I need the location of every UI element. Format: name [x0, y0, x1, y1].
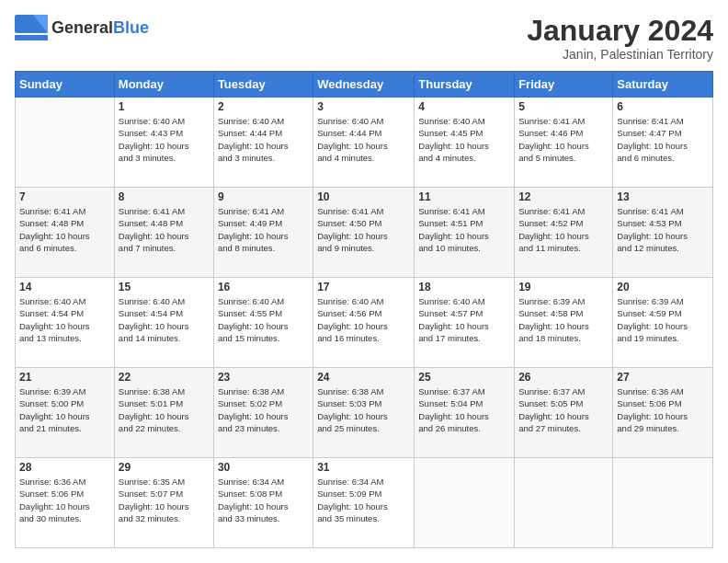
day-info-line: Sunset: 4:45 PM	[418, 127, 510, 139]
day-info-line: Sunrise: 6:37 AM	[518, 385, 609, 397]
day-info-line: Sunset: 5:08 PM	[218, 488, 309, 500]
col-friday: Friday	[515, 72, 613, 98]
day-info-line: Daylight: 10 hours	[218, 410, 309, 422]
col-monday: Monday	[114, 72, 213, 98]
day-info-line: and 23 minutes.	[218, 422, 309, 434]
table-row: 24Sunrise: 6:38 AMSunset: 5:03 PMDayligh…	[313, 368, 415, 458]
day-number: 6	[617, 100, 709, 113]
day-info-line: Sunset: 5:06 PM	[617, 397, 709, 409]
day-info: Sunrise: 6:41 AMSunset: 4:47 PMDaylight:…	[617, 115, 709, 164]
table-row: 21Sunrise: 6:39 AMSunset: 5:00 PMDayligh…	[16, 368, 115, 458]
calendar-week-row: 1Sunrise: 6:40 AMSunset: 4:43 PMDaylight…	[16, 98, 713, 188]
day-info-line: Daylight: 10 hours	[317, 140, 410, 152]
day-info: Sunrise: 6:37 AMSunset: 5:04 PMDaylight:…	[418, 385, 510, 434]
day-info-line: and 18 minutes.	[518, 332, 609, 344]
day-info: Sunrise: 6:41 AMSunset: 4:53 PMDaylight:…	[617, 205, 709, 254]
day-info: Sunrise: 6:35 AMSunset: 5:07 PMDaylight:…	[119, 476, 210, 524]
day-info-line: Daylight: 10 hours	[317, 410, 410, 422]
col-sunday: Sunday	[16, 72, 115, 98]
day-number: 16	[218, 281, 309, 293]
day-number: 27	[617, 371, 709, 384]
day-info: Sunrise: 6:34 AMSunset: 5:09 PMDaylight:…	[317, 476, 410, 524]
title-block: January 2024 Janin, Palestinian Territor…	[527, 15, 713, 62]
day-info: Sunrise: 6:38 AMSunset: 5:03 PMDaylight:…	[317, 385, 410, 434]
day-info-line: Daylight: 10 hours	[518, 320, 609, 332]
day-info-line: Sunrise: 6:40 AM	[418, 295, 510, 307]
day-number: 7	[19, 190, 110, 203]
day-info-line: Sunrise: 6:40 AM	[218, 115, 309, 127]
day-info-line: Sunrise: 6:35 AM	[119, 476, 210, 488]
day-number: 29	[119, 461, 210, 474]
day-info: Sunrise: 6:38 AMSunset: 5:02 PMDaylight:…	[218, 385, 309, 434]
day-info: Sunrise: 6:41 AMSunset: 4:48 PMDaylight:…	[119, 205, 210, 254]
day-info-line: Sunrise: 6:41 AM	[218, 205, 309, 217]
day-info-line: and 8 minutes.	[218, 242, 309, 254]
day-number: 12	[518, 190, 609, 203]
table-row: 31Sunrise: 6:34 AMSunset: 5:09 PMDayligh…	[313, 458, 415, 548]
table-row: 5Sunrise: 6:41 AMSunset: 4:46 PMDaylight…	[515, 98, 613, 188]
day-info-line: Sunset: 5:00 PM	[19, 397, 110, 409]
table-row: 27Sunrise: 6:36 AMSunset: 5:06 PMDayligh…	[613, 368, 713, 458]
day-info-line: Daylight: 10 hours	[119, 500, 210, 512]
day-info-line: and 35 minutes.	[317, 512, 410, 524]
day-info-line: Sunrise: 6:41 AM	[518, 115, 609, 127]
day-info: Sunrise: 6:41 AMSunset: 4:46 PMDaylight:…	[518, 115, 609, 164]
day-info-line: and 21 minutes.	[19, 422, 110, 434]
table-row: 3Sunrise: 6:40 AMSunset: 4:44 PMDaylight…	[313, 98, 415, 188]
day-info-line: Sunset: 4:58 PM	[518, 307, 609, 319]
logo-icon	[15, 15, 48, 40]
day-number: 28	[19, 461, 110, 474]
day-info-line: Daylight: 10 hours	[518, 140, 609, 152]
day-info-line: and 11 minutes.	[518, 242, 609, 254]
day-info-line: Sunset: 4:59 PM	[617, 307, 709, 319]
col-saturday: Saturday	[613, 72, 713, 98]
day-info-line: Sunset: 4:49 PM	[218, 217, 309, 229]
day-number: 26	[518, 371, 609, 384]
day-info-line: and 29 minutes.	[617, 422, 709, 434]
table-row: 10Sunrise: 6:41 AMSunset: 4:50 PMDayligh…	[313, 188, 415, 278]
day-info-line: Sunset: 4:53 PM	[617, 217, 709, 229]
day-info-line: Sunrise: 6:41 AM	[19, 205, 110, 217]
day-info: Sunrise: 6:38 AMSunset: 5:01 PMDaylight:…	[119, 385, 210, 434]
day-number: 11	[418, 190, 510, 203]
day-number: 24	[317, 371, 410, 384]
col-thursday: Thursday	[415, 72, 515, 98]
day-info-line: Sunrise: 6:40 AM	[119, 115, 210, 127]
table-row: 8Sunrise: 6:41 AMSunset: 4:48 PMDaylight…	[114, 188, 213, 278]
calendar-week-row: 14Sunrise: 6:40 AMSunset: 4:54 PMDayligh…	[16, 278, 713, 368]
day-number: 17	[317, 281, 410, 293]
day-info-line: and 3 minutes.	[119, 152, 210, 164]
table-row: 29Sunrise: 6:35 AMSunset: 5:07 PMDayligh…	[114, 458, 213, 548]
day-info-line: Daylight: 10 hours	[418, 230, 510, 242]
day-info-line: Sunset: 4:43 PM	[119, 127, 210, 139]
day-info-line: Sunset: 5:07 PM	[119, 488, 210, 500]
day-number: 10	[317, 190, 410, 203]
day-info-line: Daylight: 10 hours	[518, 410, 609, 422]
day-info-line: Daylight: 10 hours	[317, 230, 410, 242]
day-info-line: and 17 minutes.	[418, 332, 510, 344]
day-info-line: Daylight: 10 hours	[518, 230, 609, 242]
day-info-line: Daylight: 10 hours	[19, 410, 110, 422]
day-info-line: Sunrise: 6:40 AM	[218, 295, 309, 307]
day-info-line: Sunset: 4:57 PM	[418, 307, 510, 319]
day-info-line: and 15 minutes.	[218, 332, 309, 344]
day-info: Sunrise: 6:40 AMSunset: 4:55 PMDaylight:…	[218, 295, 309, 344]
table-row: 30Sunrise: 6:34 AMSunset: 5:08 PMDayligh…	[213, 458, 313, 548]
table-row: 1Sunrise: 6:40 AMSunset: 4:43 PMDaylight…	[114, 98, 213, 188]
day-info: Sunrise: 6:40 AMSunset: 4:54 PMDaylight:…	[119, 295, 210, 344]
day-info-line: Sunrise: 6:36 AM	[19, 476, 110, 488]
day-info-line: Daylight: 10 hours	[617, 410, 709, 422]
day-info-line: Sunset: 5:01 PM	[119, 397, 210, 409]
day-info-line: and 27 minutes.	[518, 422, 609, 434]
day-info-line: Sunset: 4:56 PM	[317, 307, 410, 319]
day-info-line: Sunrise: 6:37 AM	[418, 385, 510, 397]
day-info-line: Sunset: 4:52 PM	[518, 217, 609, 229]
day-info: Sunrise: 6:41 AMSunset: 4:50 PMDaylight:…	[317, 205, 410, 254]
table-row: 9Sunrise: 6:41 AMSunset: 4:49 PMDaylight…	[213, 188, 313, 278]
day-number: 23	[218, 371, 309, 384]
day-number: 9	[218, 190, 309, 203]
day-info-line: Sunset: 4:44 PM	[317, 127, 410, 139]
day-info-line: Sunrise: 6:41 AM	[617, 205, 709, 217]
day-info-line: and 4 minutes.	[418, 152, 510, 164]
day-info-line: Sunrise: 6:40 AM	[317, 295, 410, 307]
